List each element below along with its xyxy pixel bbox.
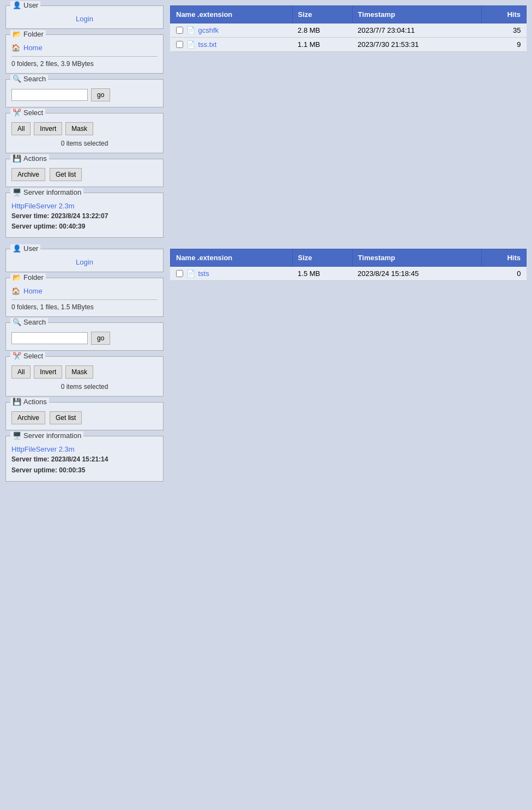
getlist-button[interactable]: Get list <box>50 411 82 424</box>
scissors-icon: ✂️ <box>13 352 21 360</box>
user-icon: 👤 <box>13 1 21 9</box>
login-link[interactable]: Login <box>11 258 158 266</box>
search-go-button[interactable]: go <box>91 332 110 345</box>
table-row: 📄 gcshfk 2.8 MB 2023/7/7 23:04:11 35 <box>171 23 527 38</box>
server-icon: 🖥️ <box>13 431 21 440</box>
home-icon: 🏠 <box>11 44 20 52</box>
user-panel-title: 👤 User <box>10 244 40 253</box>
file-hits: 0 <box>482 267 527 281</box>
file-link[interactable]: tss.txt <box>198 40 217 49</box>
search-icon: 🔍 <box>13 75 21 83</box>
user-icon: 👤 <box>13 244 21 253</box>
home-icon: 🏠 <box>11 287 20 295</box>
server-version-link[interactable]: HttpFileServer 2.3m <box>11 445 158 453</box>
file-size: 1.1 MB <box>292 38 352 52</box>
row-checkbox[interactable] <box>176 41 183 48</box>
folder-panel: 📂 Folder 🏠 Home 0 folders, 2 files, 3.9 … <box>5 34 164 74</box>
select-mask-button[interactable]: Mask <box>65 365 93 379</box>
row-checkbox[interactable] <box>176 27 183 34</box>
file-name-cell: 📄 gcshfk <box>171 23 293 38</box>
file-table-wrapper-2: Name .extensionSizeTimestampHits 📄 tsts … <box>170 249 527 281</box>
search-panel: 🔍 Search go <box>5 322 164 351</box>
actions-panel-title: 💾 Actions <box>10 398 49 406</box>
archive-button[interactable]: Archive <box>11 168 45 181</box>
search-panel-title: 🔍 Search <box>10 75 48 83</box>
folder-icon: 📂 <box>13 30 21 38</box>
instance-1: 👤 User Login 📂 Folder 🏠 Home 0 folders, … <box>5 5 527 238</box>
folder-panel: 📂 Folder 🏠 Home 0 folders, 1 files, 1.5 … <box>5 278 164 317</box>
folder-panel-title: 📂 Folder <box>10 30 46 38</box>
table-row: 📄 tsts 1.5 MB 2023/8/24 15:18:45 0 <box>171 267 527 281</box>
file-hits: 35 <box>482 23 527 38</box>
sidebar-1: 👤 User Login 📂 Folder 🏠 Home 0 folders, … <box>5 5 164 238</box>
server-info-panel: 🖥️ Server information HttpFileServer 2.3… <box>5 193 164 238</box>
server-version-link[interactable]: HttpFileServer 2.3m <box>11 202 158 210</box>
select-mask-button[interactable]: Mask <box>65 122 93 135</box>
file-timestamp: 2023/7/30 21:53:31 <box>352 38 481 52</box>
col-header: Timestamp <box>352 249 481 267</box>
col-header: Size <box>292 249 352 267</box>
home-link[interactable]: 🏠 Home <box>11 44 158 52</box>
file-table: Name .extensionSizeTimestampHits 📄 tsts … <box>170 249 527 281</box>
select-invert-button[interactable]: Invert <box>34 122 62 135</box>
actions-icon: 💾 <box>13 154 21 163</box>
search-icon: 🔍 <box>13 318 21 326</box>
search-input[interactable] <box>11 89 88 101</box>
file-hits: 9 <box>482 38 527 52</box>
select-panel: ✂️ Select All Invert Mask 0 items select… <box>5 113 164 153</box>
col-header: Name .extension <box>171 6 293 23</box>
sidebar-2: 👤 User Login 📂 Folder 🏠 Home 0 folders, … <box>5 249 164 481</box>
server-info-panel-title: 🖥️ Server information <box>10 431 83 440</box>
user-panel: 👤 User Login <box>5 5 164 29</box>
getlist-button[interactable]: Get list <box>50 168 82 181</box>
row-checkbox[interactable] <box>176 270 183 277</box>
user-panel-title: 👤 User <box>10 1 40 9</box>
actions-panel-title: 💾 Actions <box>10 154 49 163</box>
file-icon: 📄 <box>186 26 195 34</box>
scissors-icon: ✂️ <box>13 109 21 117</box>
server-info-panel-title: 🖥️ Server information <box>10 188 83 196</box>
file-link[interactable]: tsts <box>198 269 209 278</box>
file-link[interactable]: gcshfk <box>198 26 219 34</box>
user-panel: 👤 User Login <box>5 249 164 272</box>
items-selected: 0 items selected <box>11 383 158 391</box>
file-icon: 📄 <box>186 40 195 49</box>
file-table-wrapper-1: Name .extensionSizeTimestampHits 📄 gcshf… <box>170 5 527 52</box>
server-info-panel: 🖥️ Server information HttpFileServer 2.3… <box>5 436 164 481</box>
search-go-button[interactable]: go <box>91 88 110 101</box>
select-invert-button[interactable]: Invert <box>34 365 62 379</box>
file-size: 2.8 MB <box>292 23 352 38</box>
file-name-cell: 📄 tss.txt <box>171 38 293 52</box>
select-all-button[interactable]: All <box>11 122 31 135</box>
select-panel-title: ✂️ Select <box>10 109 45 117</box>
search-input[interactable] <box>11 332 88 344</box>
server-time: Server time: 2023/8/24 15:21:14Server up… <box>11 454 158 475</box>
file-timestamp: 2023/7/7 23:04:11 <box>352 23 481 38</box>
archive-button[interactable]: Archive <box>11 411 45 424</box>
search-panel-title: 🔍 Search <box>10 318 48 326</box>
folder-icon: 📂 <box>13 273 21 281</box>
home-link[interactable]: 🏠 Home <box>11 287 158 295</box>
instance-2: 👤 User Login 📂 Folder 🏠 Home 0 folders, … <box>5 249 527 481</box>
select-panel: ✂️ Select All Invert Mask 0 items select… <box>5 356 164 397</box>
login-link[interactable]: Login <box>11 15 158 23</box>
actions-icon: 💾 <box>13 398 21 406</box>
select-all-button[interactable]: All <box>11 365 31 379</box>
file-name-cell: 📄 tsts <box>171 267 293 281</box>
col-header: Name .extension <box>171 249 293 267</box>
file-table: Name .extensionSizeTimestampHits 📄 gcshf… <box>170 5 527 52</box>
col-header: Timestamp <box>352 6 481 23</box>
server-time: Server time: 2023/8/24 13:22:07Server up… <box>11 211 158 232</box>
folder-stats: 0 folders, 1 files, 1.5 MBytes <box>11 299 158 311</box>
select-panel-title: ✂️ Select <box>10 352 45 360</box>
server-icon: 🖥️ <box>13 188 21 196</box>
col-header: Hits <box>482 6 527 23</box>
table-row: 📄 tss.txt 1.1 MB 2023/7/30 21:53:31 9 <box>171 38 527 52</box>
file-size: 1.5 MB <box>292 267 352 281</box>
folder-panel-title: 📂 Folder <box>10 273 46 281</box>
actions-panel: 💾 Actions Archive Get list <box>5 159 164 187</box>
col-header: Hits <box>482 249 527 267</box>
actions-panel: 💾 Actions Archive Get list <box>5 402 164 430</box>
page-wrapper: 👤 User Login 📂 Folder 🏠 Home 0 folders, … <box>5 5 527 482</box>
search-panel: 🔍 Search go <box>5 79 164 107</box>
